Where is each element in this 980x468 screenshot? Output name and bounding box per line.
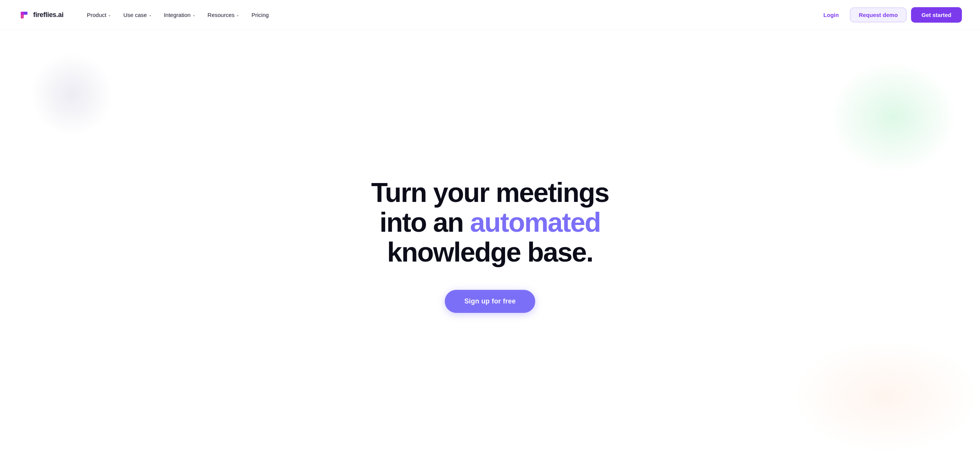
hero-title-line2-before: into an [380, 207, 470, 237]
request-demo-button[interactable]: Request demo [850, 8, 906, 22]
fireflies-logo-icon [18, 9, 30, 21]
nav-item-product[interactable]: Product ⌄ [81, 9, 116, 21]
logo-link[interactable]: fireflies.ai [18, 9, 63, 21]
svg-rect-0 [18, 9, 30, 21]
svg-rect-3 [21, 12, 24, 15]
hero-title-line2-after: knowledge base. [387, 237, 593, 267]
hero-title-line1: Turn your meetings [320, 178, 660, 208]
logo-text: fireflies.ai [33, 11, 63, 19]
decorative-blob-left [30, 53, 113, 136]
chevron-down-icon: ⌄ [236, 13, 239, 18]
decorative-blob-right [829, 61, 958, 174]
decorative-blob-bottom-right [792, 340, 980, 453]
hero-section: Turn your meetings into an automated kno… [0, 30, 980, 468]
login-button[interactable]: Login [817, 8, 846, 22]
nav-actions: Login Request demo Get started [817, 7, 962, 22]
nav-item-pricing[interactable]: Pricing [246, 9, 274, 21]
chevron-down-icon: ⌄ [108, 13, 111, 18]
signup-button[interactable]: Sign up for free [445, 290, 535, 313]
get-started-button[interactable]: Get started [911, 7, 962, 22]
hero-title-highlight: automated [470, 207, 600, 237]
hero-title-line2: into an automated knowledge base. [320, 208, 660, 267]
chevron-down-icon: ⌄ [192, 13, 196, 18]
nav-item-resources[interactable]: Resources ⌄ [202, 9, 245, 21]
nav-links: Product ⌄ Use case ⌄ Integration ⌄ Resou… [81, 9, 816, 21]
chevron-down-icon: ⌄ [148, 13, 152, 18]
navbar: fireflies.ai Product ⌄ Use case ⌄ Integr… [0, 0, 980, 30]
hero-content: Turn your meetings into an automated kno… [320, 178, 660, 313]
nav-item-integration[interactable]: Integration ⌄ [159, 9, 201, 21]
nav-item-usecase[interactable]: Use case ⌄ [118, 9, 157, 21]
hero-title: Turn your meetings into an automated kno… [320, 178, 660, 268]
